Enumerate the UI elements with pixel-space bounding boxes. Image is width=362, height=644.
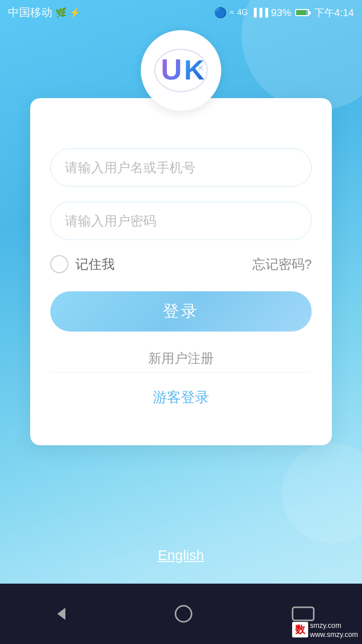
password-group — [50, 202, 312, 240]
remember-me-group: 记住我 — [50, 255, 115, 273]
guest-login-link[interactable]: 游客登录 — [153, 389, 209, 405]
back-icon — [51, 604, 71, 624]
svg-rect-6 — [293, 607, 314, 620]
time-display: 下午4:14 — [314, 6, 354, 20]
svg-text:U: U — [161, 53, 182, 86]
card-inner: 记住我 忘记密码? 登录 新用户注册 游客登录 — [30, 148, 332, 445]
login-button[interactable]: 登录 — [50, 291, 312, 332]
battery-percent: 93% — [271, 7, 291, 19]
watermark-logo: 数 — [292, 622, 308, 637]
wifi-icon: 🌿 — [55, 7, 66, 18]
password-input[interactable] — [50, 202, 312, 240]
home-button[interactable] — [168, 599, 199, 629]
nav-bar: 数 smzy.com www.smzy.com — [0, 584, 362, 644]
cell-signal-icon: 4G — [237, 8, 248, 17]
forgot-password-link[interactable]: 忘记密码? — [252, 256, 312, 273]
carrier-text: 中国移动 — [8, 5, 52, 20]
remember-me-radio[interactable] — [50, 255, 68, 273]
options-row: 记住我 忘记密码? — [50, 255, 312, 273]
recents-icon — [291, 605, 316, 622]
remember-me-label: 记住我 — [75, 256, 115, 273]
recents-button[interactable] — [291, 605, 316, 622]
wifi-signal-icon: ≈ — [230, 8, 234, 17]
home-icon — [173, 604, 194, 624]
svg-text:×: × — [197, 61, 204, 74]
battery-icon — [295, 9, 309, 16]
signal-bars-icon: ▐▐▐ — [251, 8, 268, 17]
watermark-text: smzy.com www.smzy.com — [310, 621, 358, 639]
language-section: English — [0, 547, 362, 564]
logo-svg: U K × — [151, 45, 211, 96]
svg-point-5 — [175, 606, 192, 622]
guest-login-section: 游客登录 — [50, 372, 312, 425]
main-card: 记住我 忘记密码? 登录 新用户注册 游客登录 — [30, 98, 332, 445]
status-left: 中国移动 🌿 ⚡ — [8, 5, 80, 20]
username-input[interactable] — [50, 148, 312, 187]
app-logo: U K × — [141, 30, 221, 111]
back-button[interactable] — [46, 599, 76, 629]
bg-decoration-bottom — [282, 443, 362, 543]
usb-icon: ⚡ — [69, 7, 80, 18]
svg-marker-4 — [57, 608, 65, 620]
username-group — [50, 148, 312, 187]
language-switch-link[interactable]: English — [158, 547, 204, 563]
register-row: 新用户注册 — [50, 350, 312, 367]
watermark: 数 smzy.com www.smzy.com — [292, 621, 358, 639]
status-bar: 中国移动 🌿 ⚡ 🔵 ≈ 4G ▐▐▐ 93% 下午4:14 — [0, 0, 362, 25]
status-right: 🔵 ≈ 4G ▐▐▐ 93% 下午4:14 — [214, 6, 354, 20]
register-link[interactable]: 新用户注册 — [148, 351, 214, 366]
logo-inner: U K × — [151, 40, 211, 101]
bluetooth-icon: 🔵 — [214, 7, 227, 19]
